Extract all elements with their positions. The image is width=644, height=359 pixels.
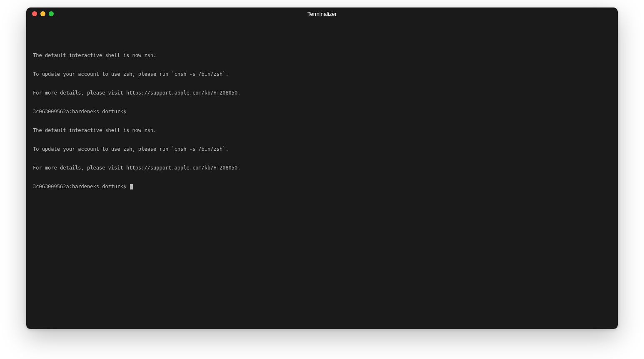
terminal-output-line: The default interactive shell is now zsh… [33, 127, 611, 134]
terminal-prompt: 3c063009562a:hardeneks dozturk$ [33, 184, 129, 190]
close-icon[interactable] [32, 11, 37, 16]
cursor-icon [130, 184, 133, 189]
maximize-icon[interactable] [49, 11, 54, 16]
minimize-icon[interactable] [40, 11, 45, 16]
terminal-output-line: To update your account to use zsh, pleas… [33, 71, 611, 77]
terminal-output-line: For more details, please visit https://s… [33, 90, 611, 96]
terminal-body[interactable]: The default interactive shell is now zsh… [26, 20, 618, 329]
terminal-window: Terminalizer The default interactive she… [26, 7, 618, 329]
terminal-output-line: To update your account to use zsh, pleas… [33, 146, 611, 152]
traffic-lights [32, 11, 54, 16]
terminal-output-line: 3c063009562a:hardeneks dozturk$ [33, 109, 611, 115]
window-title: Terminalizer [26, 11, 618, 17]
terminal-output-line: The default interactive shell is now zsh… [33, 52, 611, 59]
terminal-prompt-line: 3c063009562a:hardeneks dozturk$ [33, 184, 611, 190]
terminal-output-line: For more details, please visit https://s… [33, 165, 611, 171]
titlebar: Terminalizer [26, 7, 618, 20]
